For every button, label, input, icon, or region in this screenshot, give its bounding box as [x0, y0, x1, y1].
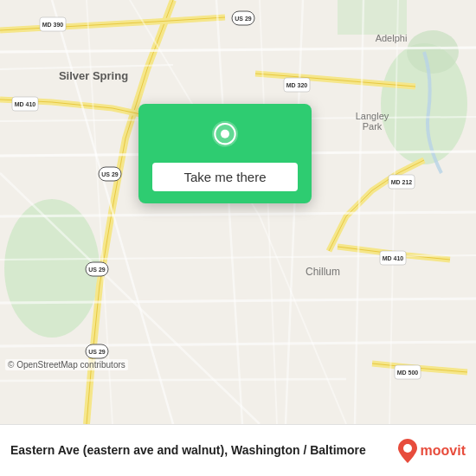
svg-point-32	[221, 130, 229, 138]
location-pin-icon	[208, 119, 242, 154]
moovit-brand-text: moovit	[421, 443, 466, 459]
svg-text:MD 390: MD 390	[42, 22, 64, 28]
take-me-there-button[interactable]: Take me there	[152, 163, 298, 191]
svg-text:Silver Spring: Silver Spring	[59, 69, 128, 82]
svg-text:Park: Park	[363, 121, 383, 132]
svg-text:Adelphi: Adelphi	[376, 33, 408, 43]
bottom-info-bar: Eastern Ave (eastern ave and walnut), Wa…	[0, 424, 476, 476]
svg-text:MD 212: MD 212	[391, 179, 413, 185]
location-name: Eastern Ave (eastern ave and walnut), Wa…	[10, 442, 389, 458]
svg-text:Chillum: Chillum	[306, 266, 340, 278]
popup-card: Take me there	[138, 104, 312, 203]
location-text-area: Eastern Ave (eastern ave and walnut), Wa…	[10, 442, 389, 458]
svg-text:US 29: US 29	[101, 171, 119, 177]
svg-point-3	[407, 30, 459, 74]
svg-text:US 29: US 29	[235, 16, 252, 22]
svg-text:Langley: Langley	[356, 111, 389, 121]
svg-text:MD 410: MD 410	[383, 255, 404, 261]
svg-text:MD 500: MD 500	[397, 370, 419, 376]
svg-text:US 29: US 29	[88, 267, 106, 273]
svg-text:US 29: US 29	[88, 349, 106, 355]
moovit-logo: moovit	[398, 439, 466, 463]
svg-text:MD 410: MD 410	[15, 101, 36, 107]
svg-rect-4	[338, 0, 407, 35]
svg-text:MD 320: MD 320	[286, 82, 308, 88]
svg-point-33	[403, 444, 412, 453]
moovit-pin-icon	[398, 439, 417, 463]
map-container: MD 390 US 29 MD 320 MD 410 US 29 MD 212 …	[0, 0, 476, 424]
svg-point-1	[4, 199, 100, 338]
osm-attribution: © OpenStreetMap contributors	[5, 359, 128, 370]
